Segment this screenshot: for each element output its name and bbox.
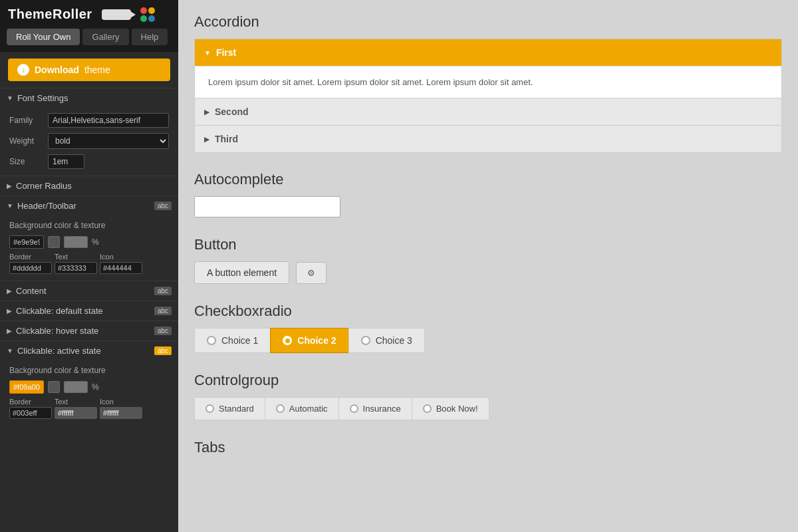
active-color-input[interactable] xyxy=(9,380,44,394)
cg-radio-standard xyxy=(205,404,214,413)
accordion-item-first: ▼ First Lorem ipsum dolor sit amet. Lore… xyxy=(194,39,782,98)
active-icon-input[interactable] xyxy=(100,407,142,419)
download-label: Download xyxy=(35,65,79,75)
radio-choice-1[interactable]: Choice 1 xyxy=(194,328,271,353)
logo-dots xyxy=(140,7,158,22)
corner-radius-label: Corner Radius xyxy=(16,181,72,191)
header-color-input[interactable] xyxy=(9,235,44,249)
accordion-header-second[interactable]: ▶ Second xyxy=(195,98,781,125)
size-input[interactable] xyxy=(48,154,84,169)
cg-booknow[interactable]: Book Now! xyxy=(412,397,489,420)
cg-label-automatic: Automatic xyxy=(289,404,328,414)
accordion-arrow-third: ▶ xyxy=(204,136,209,143)
sidebar-nav: Roll Your Own Gallery Help xyxy=(0,29,178,52)
controlgroup-title: Controlgroup xyxy=(194,372,782,389)
cg-automatic[interactable]: Automatic xyxy=(265,397,339,420)
family-input[interactable] xyxy=(48,113,169,128)
radio-choice-2[interactable]: Choice 2 xyxy=(270,328,348,353)
accordion-title: Accordion xyxy=(194,13,782,31)
active-text-label: Text xyxy=(55,398,97,406)
accordion-section: Accordion ▼ First Lorem ipsum dolor sit … xyxy=(194,13,782,153)
content-badge: abc xyxy=(154,287,172,295)
active-texture-dot[interactable] xyxy=(64,381,88,393)
clickable-active-badge: abc xyxy=(154,346,172,355)
sidebar-header: ThemeRoller xyxy=(0,0,178,29)
gear-icon: ⚙ xyxy=(307,268,315,278)
bti-row: Border Text Icon xyxy=(9,253,169,274)
content-arrow: ▶ xyxy=(7,287,12,295)
download-suffix: theme xyxy=(84,65,110,75)
text-group: Text xyxy=(55,253,97,274)
header-toolbar-header[interactable]: ▼ Header/Toolbar abc xyxy=(0,196,178,215)
header-toolbar-arrow: ▼ xyxy=(7,202,13,209)
clickable-hover-label: Clickable: hover state xyxy=(16,326,98,336)
corner-radius-header[interactable]: ▶ Corner Radius xyxy=(0,176,178,196)
help-tab[interactable]: Help xyxy=(132,29,168,45)
cg-radio-insurance xyxy=(350,404,358,413)
radio-choice-3[interactable]: Choice 3 xyxy=(348,328,425,353)
border-input[interactable] xyxy=(9,262,52,274)
download-button[interactable]: ↓ Download theme xyxy=(8,59,170,81)
border-label: Border xyxy=(9,253,52,261)
cg-insurance[interactable]: Insurance xyxy=(338,397,412,420)
radio-label-1: Choice 1 xyxy=(221,335,258,346)
clickable-default-arrow: ▶ xyxy=(7,307,12,315)
header-texture-dot[interactable] xyxy=(64,236,88,248)
roll-your-own-tab[interactable]: Roll Your Own xyxy=(7,29,80,45)
icon-group: Icon xyxy=(100,253,142,274)
main-content: Accordion ▼ First Lorem ipsum dolor sit … xyxy=(178,0,798,532)
text-input[interactable] xyxy=(55,262,97,274)
accordion-header-first[interactable]: ▼ First xyxy=(195,39,781,66)
clickable-active-label: Clickable: active state xyxy=(17,346,101,356)
size-label: Size xyxy=(9,157,43,166)
text-label: Text xyxy=(55,253,97,261)
accordion-label-first: First xyxy=(216,47,236,58)
active-border-input[interactable] xyxy=(9,407,52,419)
clickable-hover-header[interactable]: ▶ Clickable: hover state abc xyxy=(0,321,178,340)
cg-standard[interactable]: Standard xyxy=(194,397,265,420)
clickable-active-panel: Background color & texture % Border Text… xyxy=(0,360,178,426)
font-size-row: Size xyxy=(9,154,169,169)
controlgroup-section: Controlgroup Standard Automatic Insuranc… xyxy=(194,372,782,420)
weight-select[interactable]: bold normal xyxy=(48,133,169,149)
radio-group: Choice 1 Choice 2 Choice 3 xyxy=(194,328,782,353)
clickable-active-header[interactable]: ▼ Clickable: active state abc xyxy=(0,340,178,360)
font-settings-arrow: ▼ xyxy=(7,94,13,102)
button-element[interactable]: A button element xyxy=(194,261,289,284)
button-icon[interactable]: ⚙ xyxy=(296,262,327,284)
accordion-arrow-first: ▼ xyxy=(204,49,211,57)
cg-radio-booknow xyxy=(423,404,432,413)
font-settings-label: Font Settings xyxy=(17,93,68,103)
header-percent: % xyxy=(92,237,99,247)
icon-label: Icon xyxy=(100,253,142,261)
font-settings-header[interactable]: ▼ Font Settings xyxy=(0,88,178,108)
clickable-active-arrow: ▼ xyxy=(7,347,13,354)
accordion-header-third[interactable]: ▶ Third xyxy=(195,126,781,152)
themeroller-title: ThemeRoller xyxy=(8,7,92,22)
cg-label-booknow: Book Now! xyxy=(436,404,478,414)
content-header[interactable]: ▶ Content abc xyxy=(0,281,178,301)
header-toolbar-label: Header/Toolbar xyxy=(17,201,76,211)
active-text-input[interactable] xyxy=(55,407,97,419)
tabs-section: Tabs xyxy=(194,439,782,456)
active-bti-row: Border Text Icon xyxy=(9,398,169,419)
radio-circle-3 xyxy=(361,336,370,345)
autocomplete-input[interactable] xyxy=(194,196,340,217)
header-color-dot[interactable] xyxy=(48,236,60,248)
clickable-default-header[interactable]: ▶ Clickable: default state abc xyxy=(0,301,178,321)
font-weight-row: Weight bold normal xyxy=(9,133,169,149)
sidebar: ThemeRoller Roll Your Own Gallery Help ↓… xyxy=(0,0,178,532)
active-color-dot[interactable] xyxy=(48,381,60,393)
accordion-label-second: Second xyxy=(215,106,249,117)
button-section: Button A button element ⚙ xyxy=(194,236,782,284)
download-icon: ↓ xyxy=(17,64,29,76)
clickable-hover-arrow: ▶ xyxy=(7,327,12,334)
accordion-arrow-second: ▶ xyxy=(204,108,209,116)
clickable-hover-badge: abc xyxy=(154,327,172,335)
active-text-group: Text xyxy=(55,398,97,419)
active-icon-label: Icon xyxy=(100,398,142,406)
accordion-item-second: ▶ Second xyxy=(194,98,782,126)
radio-circle-1 xyxy=(207,336,216,345)
gallery-tab[interactable]: Gallery xyxy=(82,29,128,45)
icon-input[interactable] xyxy=(100,262,142,274)
